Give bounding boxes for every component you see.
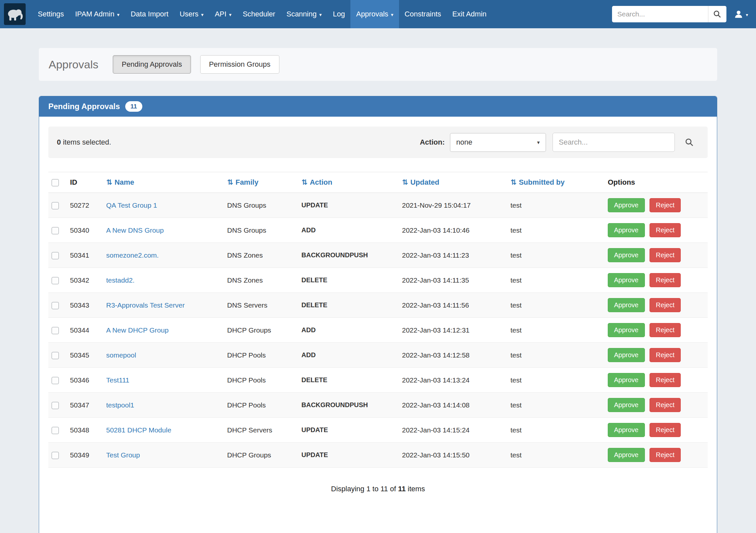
reject-button[interactable]: Reject xyxy=(650,348,681,362)
row-name-link[interactable]: A New DHCP Group xyxy=(106,326,169,334)
row-action: UPDATE xyxy=(298,418,399,443)
reject-button[interactable]: Reject xyxy=(650,223,681,237)
approve-button[interactable]: Approve xyxy=(608,373,645,387)
row-family: DNS Servers xyxy=(224,293,298,318)
row-name-link[interactable]: Test111 xyxy=(106,376,129,384)
row-checkbox[interactable] xyxy=(52,327,59,334)
select-all-checkbox[interactable] xyxy=(52,179,59,186)
nav-item-users[interactable]: Users ▾ xyxy=(174,0,209,28)
nav-item-scanning[interactable]: Scanning ▾ xyxy=(281,0,327,28)
table-row: 50343 R3-Approvals Test Server DNS Serve… xyxy=(48,293,708,318)
row-updated: 2021-Nov-29 15:04:17 xyxy=(399,193,507,218)
row-family: DHCP Pools xyxy=(224,393,298,418)
column-header-id[interactable]: ID xyxy=(67,172,103,193)
table-row: 50341 somezone2.com. DNS Zones BACKGROUN… xyxy=(48,243,708,268)
user-menu[interactable]: ▾ xyxy=(732,9,750,19)
row-submitted-by: test xyxy=(507,293,605,318)
row-checkbox[interactable] xyxy=(52,252,59,259)
approvals-table-body: 50272 QA Test Group 1 DNS Groups UPDATE … xyxy=(48,193,708,467)
navbar-search-input[interactable] xyxy=(612,6,708,22)
reject-button[interactable]: Reject xyxy=(650,198,681,212)
row-updated: 2022-Jan-03 14:12:31 xyxy=(399,318,507,343)
row-action: ADD xyxy=(298,318,399,343)
column-header-family[interactable]: ⇅Family xyxy=(224,172,298,193)
tab-pending-approvals[interactable]: Pending Approvals xyxy=(113,55,191,74)
row-checkbox[interactable] xyxy=(52,427,59,434)
approve-button[interactable]: Approve xyxy=(608,248,645,262)
reject-button[interactable]: Reject xyxy=(650,398,681,412)
row-name-link[interactable]: somezone2.com. xyxy=(106,252,159,259)
table-search-input[interactable] xyxy=(553,133,675,152)
row-name-link[interactable]: somepool xyxy=(106,351,136,359)
row-name-link[interactable]: QA Test Group 1 xyxy=(106,201,157,209)
row-family: DNS Groups xyxy=(224,193,298,218)
reject-button[interactable]: Reject xyxy=(650,423,681,437)
approve-button[interactable]: Approve xyxy=(608,198,645,212)
table-search-button[interactable] xyxy=(679,133,699,152)
nav-item-constraints[interactable]: Constraints xyxy=(399,0,447,28)
reject-button[interactable]: Reject xyxy=(650,298,681,312)
column-header-action[interactable]: ⇅Action xyxy=(298,172,399,193)
row-updated: 2022-Jan-03 14:14:08 xyxy=(399,393,507,418)
column-header-updated[interactable]: ⇅Updated xyxy=(399,172,507,193)
row-name-link[interactable]: Test Group xyxy=(106,451,140,459)
row-checkbox[interactable] xyxy=(52,227,59,234)
search-icon xyxy=(685,138,694,147)
column-header-submitted-by[interactable]: ⇅Submitted by xyxy=(507,172,605,193)
row-submitted-by: test xyxy=(507,443,605,467)
approve-button[interactable]: Approve xyxy=(608,348,645,362)
table-row: 50345 somepool DHCP Pools ADD 2022-Jan-0… xyxy=(48,343,708,368)
row-name-link[interactable]: R3-Approvals Test Server xyxy=(106,301,185,309)
reject-button[interactable]: Reject xyxy=(650,448,681,462)
reject-button[interactable]: Reject xyxy=(650,373,681,387)
navbar-right: ▾ xyxy=(612,0,750,28)
row-id: 50272 xyxy=(67,193,103,218)
nav-item-approvals[interactable]: Approvals ▾ xyxy=(350,0,399,28)
approve-button[interactable]: Approve xyxy=(608,273,645,287)
nav-item-api[interactable]: API ▾ xyxy=(209,0,237,28)
row-action: DELETE xyxy=(298,268,399,293)
approve-button[interactable]: Approve xyxy=(608,323,645,337)
tab-permission-groups[interactable]: Permission Groups xyxy=(200,55,280,74)
panel-title: Pending Approvals xyxy=(48,102,120,111)
row-name-link[interactable]: A New DNS Group xyxy=(106,227,164,234)
row-checkbox[interactable] xyxy=(52,202,59,209)
row-family: DNS Zones xyxy=(224,268,298,293)
table-row: 50272 QA Test Group 1 DNS Groups UPDATE … xyxy=(48,193,708,218)
row-checkbox[interactable] xyxy=(52,302,59,309)
row-name-link[interactable]: 50281 DHCP Module xyxy=(106,426,171,434)
row-checkbox[interactable] xyxy=(52,452,59,459)
nav-item-data-import[interactable]: Data Import xyxy=(125,0,174,28)
column-header-name[interactable]: ⇅Name xyxy=(103,172,224,193)
row-action: DELETE xyxy=(298,293,399,318)
nav-item-settings[interactable]: Settings xyxy=(32,0,70,28)
chevron-down-icon: ▾ xyxy=(201,12,204,18)
row-checkbox[interactable] xyxy=(52,377,59,384)
nav-item-log[interactable]: Log xyxy=(327,0,351,28)
row-checkbox[interactable] xyxy=(52,277,59,284)
navbar-search-button[interactable] xyxy=(708,6,726,22)
action-select[interactable]: none ▾ xyxy=(450,133,546,152)
row-checkbox[interactable] xyxy=(52,352,59,359)
nav-item-scheduler[interactable]: Scheduler xyxy=(237,0,281,28)
approve-button[interactable]: Approve xyxy=(608,423,645,437)
sort-icon: ⇅ xyxy=(106,178,112,186)
app-logo[interactable] xyxy=(4,3,26,25)
column-header-options: Options xyxy=(605,172,708,193)
row-name-link[interactable]: testadd2. xyxy=(106,276,134,284)
user-icon xyxy=(734,9,743,19)
row-checkbox[interactable] xyxy=(52,402,59,409)
approve-button[interactable]: Approve xyxy=(608,398,645,412)
nav-item-ipam-admin[interactable]: IPAM Admin ▾ xyxy=(70,0,125,28)
reject-button[interactable]: Reject xyxy=(650,248,681,262)
row-name-link[interactable]: testpool1 xyxy=(106,401,134,409)
approve-button[interactable]: Approve xyxy=(608,223,645,237)
table-row: 50346 Test111 DHCP Pools DELETE 2022-Jan… xyxy=(48,368,708,393)
reject-button[interactable]: Reject xyxy=(650,323,681,337)
chevron-down-icon: ▾ xyxy=(229,12,232,18)
approve-button[interactable]: Approve xyxy=(608,448,645,462)
reject-button[interactable]: Reject xyxy=(650,273,681,287)
row-id: 50348 xyxy=(67,418,103,443)
nav-item-exit-admin[interactable]: Exit Admin xyxy=(447,0,492,28)
approve-button[interactable]: Approve xyxy=(608,298,645,312)
